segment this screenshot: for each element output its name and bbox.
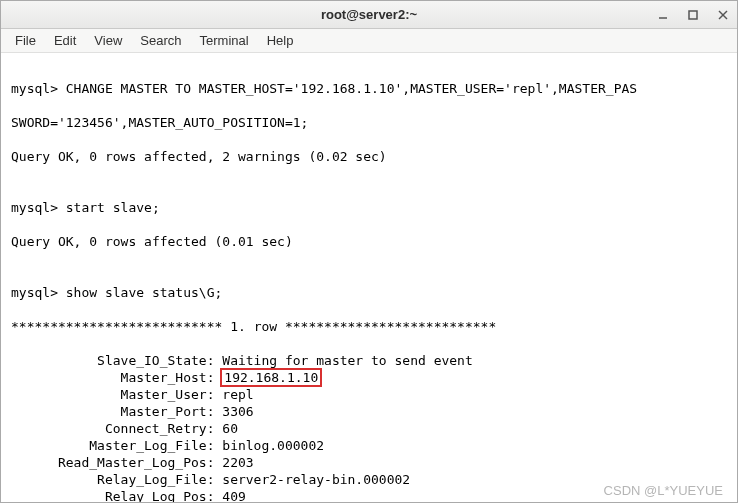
terminal-line: Query OK, 0 rows affected, 2 warnings (0…: [11, 148, 731, 165]
status-row: Master_Host: 192.168.1.10: [11, 369, 731, 386]
status-label: Connect_Retry: [11, 420, 207, 437]
close-icon: [717, 9, 729, 21]
window-controls: [655, 1, 731, 29]
status-label: Relay_Log_Pos: [11, 488, 207, 503]
status-colon: :: [207, 489, 223, 503]
terminal-line: Query OK, 0 rows affected (0.01 sec): [11, 233, 731, 250]
status-value-highlighted: 192.168.1.10: [220, 368, 322, 387]
status-colon: :: [207, 472, 223, 487]
terminal-output[interactable]: mysql> CHANGE MASTER TO MASTER_HOST='192…: [1, 53, 737, 503]
terminal-line: mysql> start slave;: [11, 199, 731, 216]
menu-file[interactable]: File: [7, 31, 44, 50]
terminal-line: mysql> CHANGE MASTER TO MASTER_HOST='192…: [11, 80, 731, 97]
terminal-line: *************************** 1. row *****…: [11, 318, 731, 335]
status-colon: :: [207, 404, 223, 419]
status-row: Master_User: repl: [11, 386, 731, 403]
status-colon: :: [207, 455, 223, 470]
status-value: Waiting for master to send event: [222, 353, 472, 368]
menu-bar: File Edit View Search Terminal Help: [1, 29, 737, 53]
status-row: Slave_IO_State: Waiting for master to se…: [11, 352, 731, 369]
status-label: Master_Port: [11, 403, 207, 420]
status-value: 60: [222, 421, 238, 436]
status-value: repl: [222, 387, 253, 402]
status-label: Master_Log_File: [11, 437, 207, 454]
minimize-button[interactable]: [655, 7, 671, 23]
window-titlebar: root@server2:~: [1, 1, 737, 29]
status-label: Master_User: [11, 386, 207, 403]
status-value: 3306: [222, 404, 253, 419]
window-title: root@server2:~: [321, 7, 417, 22]
menu-help[interactable]: Help: [259, 31, 302, 50]
status-label: Slave_IO_State: [11, 352, 207, 369]
terminal-line: mysql> show slave status\G;: [11, 284, 731, 301]
menu-view[interactable]: View: [86, 31, 130, 50]
status-row: Read_Master_Log_Pos: 2203: [11, 454, 731, 471]
status-row: Master_Log_File: binlog.000002: [11, 437, 731, 454]
status-row: Master_Port: 3306: [11, 403, 731, 420]
status-label: Relay_Log_File: [11, 471, 207, 488]
status-value: 2203: [222, 455, 253, 470]
status-row: Connect_Retry: 60: [11, 420, 731, 437]
status-label: Master_Host: [11, 369, 207, 386]
status-value: binlog.000002: [222, 438, 324, 453]
status-row: Relay_Log_File: server2-relay-bin.000002: [11, 471, 731, 488]
menu-terminal[interactable]: Terminal: [192, 31, 257, 50]
status-value: server2-relay-bin.000002: [222, 472, 410, 487]
close-button[interactable]: [715, 7, 731, 23]
terminal-line: SWORD='123456',MASTER_AUTO_POSITION=1;: [11, 114, 731, 131]
status-value: 409: [222, 489, 245, 503]
maximize-icon: [687, 9, 699, 21]
status-colon: :: [207, 438, 223, 453]
status-row: Relay_Log_Pos: 409: [11, 488, 731, 503]
maximize-button[interactable]: [685, 7, 701, 23]
status-colon: :: [207, 387, 223, 402]
status-label: Read_Master_Log_Pos: [11, 454, 207, 471]
menu-search[interactable]: Search: [132, 31, 189, 50]
menu-edit[interactable]: Edit: [46, 31, 84, 50]
status-colon: :: [207, 353, 223, 368]
status-colon: :: [207, 421, 223, 436]
minimize-icon: [657, 9, 669, 21]
svg-rect-1: [689, 11, 697, 19]
